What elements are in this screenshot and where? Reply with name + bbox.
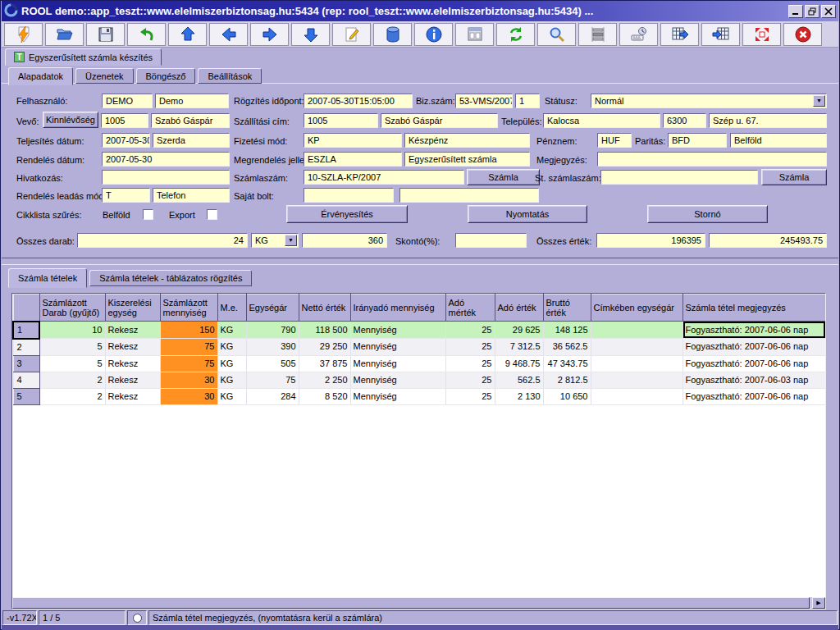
open-folder-button[interactable] [45, 23, 84, 46]
column-header[interactable]: Adó érték [495, 294, 543, 322]
keyboard-tool-button[interactable] [619, 23, 658, 46]
sajat-bolt-field[interactable] [304, 188, 394, 203]
row-selector[interactable]: 5 [13, 388, 39, 404]
table-row[interactable]: 110Rekesz150KG790118 500Mennyiség2529 62… [13, 322, 825, 339]
fizetesi-name-field[interactable]: Készpénz [404, 133, 530, 148]
osszes-darab-field[interactable]: 24 [77, 233, 248, 248]
telepules-zip-field[interactable]: 6300 [663, 113, 706, 128]
table-cell[interactable]: 75 [160, 355, 217, 372]
previous-record-button[interactable] [209, 23, 248, 46]
osszes-ertek-brutto-field[interactable]: 245493.75 [709, 233, 827, 248]
flash-button[interactable] [4, 23, 43, 46]
kinnlevoseg-button[interactable]: Kinnlévőség [43, 112, 98, 128]
splitter[interactable] [2, 258, 838, 265]
table-cell[interactable]: 562.5 [495, 372, 543, 388]
horizontal-scrollbar[interactable]: ▶ [12, 597, 825, 609]
osszes-ertek-netto-field[interactable]: 196395 [596, 233, 705, 248]
column-header[interactable]: Egységár [246, 294, 299, 322]
search-button[interactable] [537, 23, 576, 46]
felhasznalo-name-field[interactable]: Demo [155, 94, 229, 108]
table-cell[interactable]: Rekesz [105, 322, 160, 339]
hivatkozas-field[interactable] [102, 170, 230, 185]
tab-zenetek[interactable]: Üzenetek [75, 68, 133, 84]
table-row[interactable]: 42Rekesz30KG752 250Mennyiség25562.52 812… [13, 372, 825, 388]
table-cell[interactable]: Fogyasztható: 2007-06-06 nap [682, 339, 825, 356]
last-record-button[interactable] [291, 23, 330, 46]
table-cell[interactable]: Rekesz [105, 372, 160, 388]
skonto-field[interactable] [455, 233, 527, 248]
table-export-button[interactable] [660, 23, 699, 46]
row-selector[interactable]: 4 [13, 372, 39, 388]
table-cell[interactable]: KG [217, 322, 246, 339]
row-selector[interactable]: 3 [13, 355, 39, 372]
osszes-mennyiseg-field[interactable]: 360 [302, 233, 387, 248]
table-cell[interactable]: KG [217, 372, 246, 388]
table-cell[interactable]: Fogyasztható: 2007-06-03 nap [682, 372, 825, 388]
save-button[interactable] [86, 23, 125, 46]
penznem-field[interactable]: HUF [597, 133, 632, 148]
table-cell[interactable]: 150 [160, 322, 217, 339]
paritas-code-field[interactable]: BFD [668, 133, 727, 148]
table-cell[interactable]: 2 250 [299, 372, 350, 388]
chevron-down-icon[interactable]: ▼ [285, 235, 297, 246]
table-cell[interactable]: 2 812.5 [543, 372, 591, 388]
table-cell[interactable]: 8 520 [299, 388, 350, 404]
megjegyzes-field[interactable] [597, 152, 827, 167]
table-cell[interactable]: 10 650 [543, 388, 591, 404]
fizetesi-code-field[interactable]: KP [304, 133, 402, 148]
exit-button[interactable] [783, 23, 822, 46]
detail-tab-sz-mla-t-telek-t-bl-zatos-r-gz-t-s[interactable]: Számla tételek - táblázatos rögzítés [89, 270, 252, 286]
table-cell[interactable]: Rekesz [105, 355, 160, 372]
rogzites-field[interactable]: 2007-05-30T15:05:00 [304, 94, 413, 108]
table-cell[interactable]: 148 125 [543, 322, 591, 339]
table-cell[interactable]: 25 [445, 372, 495, 388]
table-cell[interactable]: Mennyiség [350, 388, 445, 404]
table-cell[interactable]: 2 [39, 372, 105, 388]
bizszam-field[interactable]: 53-VMS/2007 [455, 94, 513, 108]
table-cell[interactable]: 790 [246, 322, 299, 339]
column-header[interactable]: Számlázott Darab (gyűjtő) [39, 294, 105, 322]
table-cell[interactable]: Rekesz [105, 339, 160, 356]
restore-button[interactable] [805, 5, 819, 18]
edit-button[interactable] [332, 23, 371, 46]
table-cell[interactable]: Fogyasztható: 2007-06-06 nap [682, 388, 825, 404]
minimize-button[interactable] [788, 5, 803, 18]
table-cell[interactable]: 36 562.5 [543, 339, 591, 356]
storno-button[interactable]: Stornó [647, 205, 768, 223]
column-header[interactable]: Irányadó mennyiség [350, 294, 445, 322]
table-cell[interactable]: 29 250 [299, 339, 350, 356]
close-button[interactable] [821, 5, 836, 18]
table-cell[interactable]: 29 625 [495, 322, 543, 339]
table-cell[interactable]: 7 312.5 [495, 339, 543, 356]
table-cell[interactable]: 25 [445, 388, 495, 404]
table-cell[interactable]: 390 [246, 339, 299, 356]
vevo-name-field[interactable]: Szabó Gáspár [151, 113, 230, 128]
table-cell[interactable] [591, 339, 682, 356]
rendeles-mod-name-field[interactable]: Telefon [153, 188, 230, 203]
table-cell[interactable]: 2 130 [495, 388, 543, 404]
expand-button[interactable] [742, 23, 781, 46]
table-cell[interactable] [591, 322, 682, 339]
row-selector[interactable]: 2 [13, 339, 39, 356]
table-row[interactable]: 35Rekesz75KG50537 875Mennyiség259 468.75… [13, 355, 825, 372]
table-cell[interactable]: 5 [39, 339, 105, 356]
export-checkbox[interactable] [207, 209, 217, 220]
table-cell[interactable]: 25 [445, 322, 495, 339]
felhasznalo-code-field[interactable]: DEMO [102, 94, 153, 108]
st-szamlaszam-field[interactable] [600, 170, 758, 185]
first-record-button[interactable] [168, 23, 207, 46]
column-header[interactable]: Számlázott mennyiség [160, 294, 217, 322]
tab-be-ll-t-sok[interactable]: Beállítások [198, 68, 262, 84]
column-header[interactable]: Kiszerelési egység [105, 294, 160, 322]
table-cell[interactable]: 2 [39, 388, 105, 404]
table-cell[interactable]: 284 [246, 388, 299, 404]
table-cell[interactable]: 25 [445, 355, 495, 372]
table-cell[interactable]: 25 [445, 339, 495, 356]
table-cell[interactable]: Mennyiség [350, 322, 445, 339]
telepules-street-field[interactable]: Szép u. 67. [709, 113, 827, 128]
table-append-button[interactable] [701, 23, 740, 46]
table-cell[interactable]: Mennyiség [350, 372, 445, 388]
szallitasi-code-field[interactable]: 1005 [304, 113, 378, 128]
detail-tab-sz-mla-t-telek[interactable]: Számla tételek [8, 268, 87, 288]
table-cell[interactable]: 47 343.75 [543, 355, 591, 372]
